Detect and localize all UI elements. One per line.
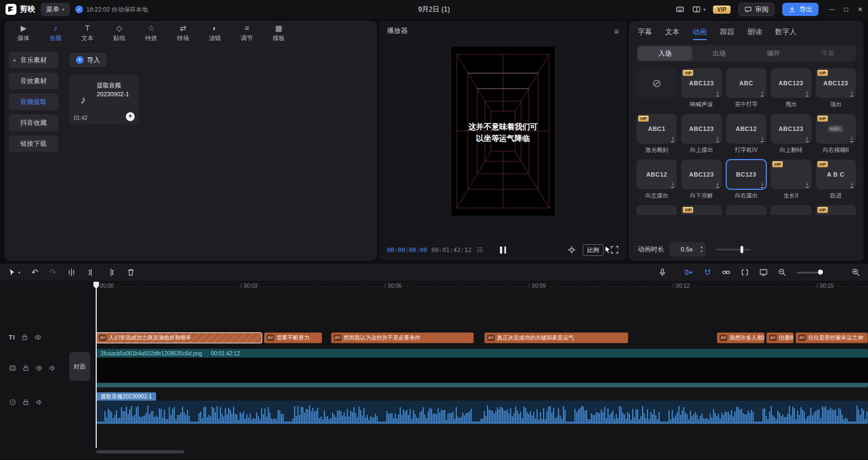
horizontal-scrollbar[interactable] [96,450,863,453]
animation-preset[interactable]: VIP [726,205,766,215]
focus-icon[interactable] [567,245,576,254]
maximize-button[interactable]: □ [844,6,848,13]
extracted-audio-card[interactable]: ♪ 提取音频 20230902-1 01:42 + [69,75,139,124]
zoom-slider-handle[interactable] [818,270,823,275]
timeline[interactable]: |00:00|00:03|00:06|00:09|00:12|00:15 TI … [0,282,868,460]
duration-slider-handle[interactable] [740,246,743,253]
scrollbar-thumb[interactable] [96,450,184,453]
menu-button[interactable]: 菜单 ▾ [41,3,70,16]
zoom-out-icon[interactable] [778,268,787,277]
text-clip[interactable]: A≡ 需要不断努力 [264,332,322,343]
lock-icon[interactable] [21,333,29,341]
animation-preset[interactable]: VIP ABC ⊘ ↓ 向右模糊II [816,114,856,154]
lock-icon[interactable] [22,364,30,372]
animation-preset[interactable]: VIP A B C ⊘ ↓ 跃进 [816,160,856,200]
track-lane-area[interactable]: A≡ 人们常说成功之路充满曲折和艰辛 A≡ 需要不断努力 A≡ 然而我认为这些并… [96,282,868,460]
audio-source-item[interactable]: ▸ 音乐素材 [9,52,58,68]
vip-badge[interactable]: VIP [713,6,731,14]
layout-switch-button[interactable]: ▾ [692,5,705,14]
import-button[interactable]: + 导入 [69,53,107,67]
media-tab[interactable]: ◐ 滤镜 [199,21,231,46]
media-tab[interactable]: T 文本 [71,21,103,46]
link-preview-icon[interactable] [722,268,731,277]
animation-subtab[interactable]: 出场 [692,46,747,61]
mute-icon[interactable] [48,364,56,372]
media-tab[interactable]: ☆ 特效 [135,21,167,46]
audio-source-item[interactable]: 音频提取 [9,94,58,110]
timeline-zoom-slider[interactable] [797,272,823,273]
pause-button[interactable] [500,247,506,254]
animation-preset[interactable]: VIP ABC12 ⊘ ↓ 向左露出 [637,160,677,200]
animation-preset[interactable]: VIP ⊘ ↓ 生长II [771,160,811,200]
media-tab[interactable]: ⇄ 转场 [167,21,199,46]
redo-button[interactable]: ↷ [49,267,57,277]
auto-ripple-icon[interactable] [684,268,693,277]
media-tab[interactable]: ≡ 调节 [231,21,263,46]
animation-subtab[interactable]: 字幕 [800,46,855,61]
animation-preset[interactable]: VIP ABC12 ⊘ ↓ 打字机IV [726,114,766,154]
ratio-button[interactable]: 比例 [583,244,604,256]
panel-tab[interactable]: 文本 [665,21,679,43]
zoom-in-icon[interactable] [852,268,860,277]
cover-button[interactable]: 封面 [69,352,90,381]
audio-clip[interactable]: 提取音频20230902-1 [96,391,868,424]
duration-slider[interactable] [716,249,751,250]
minimize-button[interactable]: ─ [830,6,834,13]
eye-icon[interactable] [34,333,42,341]
media-tab[interactable]: ▶ 媒体 [8,21,40,46]
export-button[interactable]: 导出 [782,3,819,16]
audio-source-item[interactable]: 链接下载 [9,135,58,152]
animation-subtab[interactable]: 循环 [747,46,801,61]
chevron-up-icon[interactable]: ▴ [700,245,703,249]
unlink-icon[interactable] [740,268,749,277]
animation-preset[interactable]: VIP ABC123 ⊘ ↓ 呐喊声波 [681,68,721,108]
preview-axis-icon[interactable] [759,268,768,277]
chevron-down-icon[interactable]: ▾ [700,249,703,254]
eye-icon[interactable] [35,364,43,372]
animation-preset[interactable]: VIP ABC123 ⊘ ↓ 向下溶解 [681,160,721,200]
animation-subtab[interactable]: 入场 [638,46,692,61]
record-voiceover-icon[interactable] [658,268,667,277]
delete-icon[interactable] [126,268,135,277]
text-clip[interactable]: A≡ 然而我认为这些并不是必要条件 [331,332,474,343]
panel-tab[interactable]: 朗读 [748,21,762,43]
timecode-grid-icon[interactable] [476,246,484,254]
duration-stepper[interactable]: 0.5s ▴ ▾ [670,242,706,256]
player-menu-icon[interactable]: ≡ [614,26,619,36]
animation-preset[interactable]: VIP [681,205,721,215]
review-button[interactable]: 审阅 [738,3,775,16]
lock-icon[interactable] [22,398,30,406]
trim-left-icon[interactable] [87,268,96,277]
text-clip[interactable]: A≡ 人们常说成功之路充满曲折和艰辛 [96,332,262,343]
panel-tab[interactable]: 数字人 [775,21,797,43]
audio-source-item[interactable]: 抖音收藏 [9,114,58,131]
text-clip[interactable]: A≡ 虽然许多人都很努力 [717,332,765,343]
animation-preset[interactable]: VIP ABC123 ⊘ ↓ 向上翻转 [771,114,811,154]
media-tab[interactable]: ▦ 模板 [263,21,295,46]
close-button[interactable]: × [858,5,863,14]
trim-right-icon[interactable] [107,268,115,277]
video-preview[interactable]: 这并不意味着我们可 以坐等运气降临 [451,47,555,216]
select-tool-button[interactable]: ▾ [8,268,20,277]
animation-preset[interactable]: VIP ⊘ ↓ [637,68,677,108]
panel-tab[interactable]: 动画 [693,21,707,43]
animation-preset[interactable]: VIP ABC123 ⊘ ↓ 甩出 [771,68,811,108]
animation-preset[interactable]: VIP ABC123 ⊘ ↓ 顶出 [816,68,856,108]
split-clip-icon[interactable] [67,268,76,277]
mute-icon[interactable] [35,398,43,406]
media-tab[interactable]: ♪ 音频 [40,21,71,46]
animation-preset[interactable]: VIP ABC ⊘ ↓ 居中打字 [726,68,766,108]
media-tab[interactable]: ◇ 贴纸 [103,21,135,46]
panel-tab[interactable]: 字幕 [638,21,652,43]
audio-source-item[interactable]: 音效素材 [9,73,58,89]
animation-preset[interactable]: VIP [771,205,811,215]
undo-button[interactable]: ↶ [31,267,38,277]
animation-preset[interactable]: VIP BC123 ⊘ ↓ 向右露出 [726,160,766,200]
stepper-chevrons[interactable]: ▴ ▾ [700,245,703,253]
text-clip[interactable]: A≡ 往往是那些被幸运之神 [795,332,868,343]
shortcut-keyboard-icon[interactable] [676,5,684,14]
playhead[interactable] [96,282,97,448]
video-clip[interactable]: 2fcaacb5a061b4a502dfe1208635c6d.png 00:0… [96,349,868,387]
animation-preset[interactable]: VIP [637,205,677,215]
text-clip[interactable]: A≡ 真正决定成功的关键因素是运气 [484,332,628,343]
